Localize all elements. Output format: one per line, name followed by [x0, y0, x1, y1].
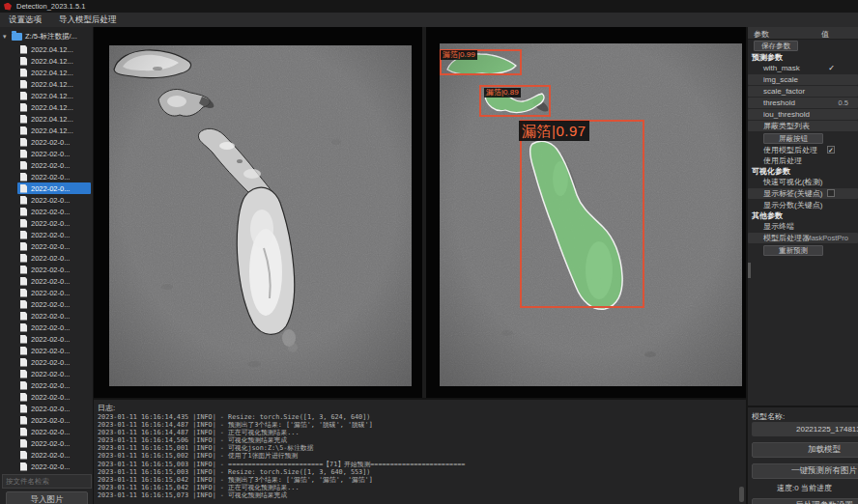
- file-icon: [20, 335, 27, 344]
- param-item[interactable]: img_scale: [748, 74, 858, 85]
- file-icon: [20, 266, 27, 274]
- param-checkbox[interactable]: ✓: [827, 146, 835, 154]
- file-item[interactable]: 2022-02-0...: [17, 148, 91, 159]
- tree-root[interactable]: ▾ Z:/5-标注数据/...: [0, 30, 93, 43]
- import-images-button[interactable]: 导入图片: [6, 491, 88, 504]
- log-line: 2023-01-11 16:16:15,001 |INFO| - 可视化json…: [98, 444, 734, 452]
- file-item[interactable]: 2022.04.12...: [17, 125, 91, 136]
- file-item[interactable]: 2022-02-0...: [17, 461, 91, 472]
- search-input[interactable]: [2, 474, 92, 489]
- file-item[interactable]: 2022-02-0...: [17, 449, 91, 461]
- file-item[interactable]: 2022.04.12...: [17, 67, 91, 78]
- file-item[interactable]: 2022-02-0...: [17, 240, 91, 252]
- model-name-label: 模型名称:: [752, 411, 785, 422]
- file-item[interactable]: 2022-02-0...: [17, 217, 91, 229]
- file-item[interactable]: 2022.04.12...: [17, 101, 91, 113]
- file-item[interactable]: 2022-02-0...: [17, 275, 91, 287]
- file-icon: [20, 69, 27, 77]
- file-item[interactable]: 2022-02-0...: [17, 437, 91, 449]
- file-item[interactable]: 2022-02-0...: [17, 333, 91, 345]
- file-item[interactable]: 2022-02-0...: [17, 426, 91, 437]
- image-viewer: 漏箔|0.99 漏箔|0.89 漏箔|0.97: [94, 27, 746, 398]
- file-icon: [20, 219, 27, 228]
- param-item[interactable]: 屏蔽类型列表: [748, 121, 858, 131]
- file-item[interactable]: 2022-02-0...: [17, 345, 91, 356]
- param-item[interactable]: iou_threshold: [748, 109, 858, 120]
- param-label: 使用后处理: [763, 156, 802, 165]
- original-image-panel[interactable]: [109, 45, 412, 386]
- file-icon: [20, 439, 27, 448]
- param-button[interactable]: 屏蔽按钮: [763, 133, 823, 144]
- file-label: 2022.04.12...: [31, 45, 73, 54]
- param-label: with_mask: [763, 64, 800, 72]
- log-line: 2023-01-11 16:16:15,002 |INFO| - 使用了1张图片…: [98, 452, 734, 460]
- param-item[interactable]: with_mask✓: [748, 63, 858, 73]
- file-item[interactable]: 2022.04.12...: [17, 78, 91, 90]
- app-window: Detection_2023.1.5.1 设置选项 导入模型后处理 ▾ Z:/5…: [0, 0, 858, 504]
- file-item[interactable]: 2022-02-0...: [17, 206, 91, 217]
- file-item[interactable]: 2022-02-0...: [17, 287, 91, 298]
- file-item[interactable]: 2022-02-0...: [17, 171, 91, 182]
- params-scrollbar[interactable]: [748, 263, 751, 278]
- param-section-header: 其他参数: [748, 210, 858, 221]
- file-item[interactable]: 2022.04.12...: [17, 55, 91, 67]
- file-item[interactable]: 2022-02-0...: [17, 403, 91, 414]
- file-item[interactable]: 2022-02-0...: [17, 368, 91, 379]
- menu-settings[interactable]: 设置选项: [9, 14, 42, 26]
- file-item[interactable]: 2022.04.12...: [17, 43, 91, 55]
- param-item[interactable]: 模型后处理器MaskPostPro: [748, 233, 858, 243]
- param-item[interactable]: threshold0.5: [748, 98, 858, 108]
- log-pane: 日志: 2023-01-11 16:16:14,435 |INFO| - Res…: [94, 398, 746, 504]
- file-label: 2022.04.12...: [31, 80, 73, 89]
- log-line: 2023-01-11 16:16:14,487 |INFO| - 正在可视化预测…: [98, 429, 734, 436]
- file-icon: [20, 300, 27, 309]
- param-label: scale_factor: [763, 87, 805, 96]
- file-item[interactable]: 2022-02-0...: [17, 322, 91, 333]
- model-name-field[interactable]: 20221225_174813: [752, 422, 858, 436]
- file-item[interactable]: 2022-02-0...: [17, 136, 91, 148]
- prediction-image-panel[interactable]: 漏箔|0.99 漏箔|0.89 漏箔|0.97: [440, 43, 742, 386]
- chevron-down-icon[interactable]: ▾: [3, 33, 12, 41]
- param-button[interactable]: 保存参数: [754, 41, 798, 51]
- load-model-button[interactable]: 加载模型: [752, 442, 858, 458]
- file-item[interactable]: 2022-02-0...: [17, 194, 91, 206]
- param-item[interactable]: 使用模型后处理✓: [748, 145, 858, 155]
- file-item[interactable]: 2022-02-0...: [17, 356, 91, 368]
- param-button-row: 重新预测: [748, 244, 858, 257]
- param-item[interactable]: 显示分数(关键点): [748, 200, 858, 210]
- file-icon: [20, 381, 27, 390]
- postprocess-settings-button[interactable]: 后处理参数设置: [752, 498, 858, 504]
- file-item[interactable]: 2022.04.12...: [17, 90, 91, 101]
- file-label: 2022-02-0...: [31, 335, 70, 344]
- param-label: 快速可视化(检测): [763, 178, 822, 186]
- file-label: 2022.04.12...: [31, 69, 73, 77]
- file-item[interactable]: 2022-02-0...: [17, 391, 91, 403]
- log-lines[interactable]: 2023-01-11 16:16:14,435 |INFO| - Resize:…: [98, 413, 734, 502]
- file-item[interactable]: 2022-02-0...: [17, 298, 91, 310]
- log-scrollbar[interactable]: [739, 487, 744, 502]
- file-item[interactable]: 2022-02-0...: [17, 159, 91, 171]
- file-item[interactable]: 2022-02-0...: [17, 379, 91, 391]
- param-item[interactable]: 显示标签(关键点): [748, 188, 858, 199]
- file-label: 2022-02-0...: [31, 300, 70, 309]
- file-item[interactable]: 2022-02-0...: [17, 229, 91, 240]
- file-item[interactable]: 2022.04.12...: [17, 113, 91, 125]
- file-item[interactable]: 2022-02-0...: [17, 310, 91, 322]
- panel-divider: [422, 27, 426, 398]
- param-item[interactable]: 快速可视化(检测): [748, 177, 858, 187]
- file-item[interactable]: 2022-02-0...: [17, 264, 91, 275]
- file-item[interactable]: 2022-02-0...: [17, 252, 91, 264]
- param-item[interactable]: 使用后处理: [748, 155, 858, 166]
- predict-all-button[interactable]: 一键预测所有图片: [752, 463, 858, 479]
- menu-import-postprocess[interactable]: 导入模型后处理: [59, 14, 117, 26]
- file-icon: [20, 242, 27, 251]
- param-checkbox[interactable]: [827, 189, 835, 197]
- file-item[interactable]: 2022-02-0...: [17, 414, 91, 426]
- param-button[interactable]: 重新预测: [763, 245, 823, 256]
- param-item[interactable]: 显示终端: [748, 221, 858, 232]
- file-item[interactable]: 2022-02-0...: [17, 182, 91, 194]
- file-icon: [20, 103, 27, 112]
- file-icon: [20, 451, 27, 460]
- params-header-name: 参数: [754, 29, 769, 40]
- param-item[interactable]: scale_factor: [748, 86, 858, 97]
